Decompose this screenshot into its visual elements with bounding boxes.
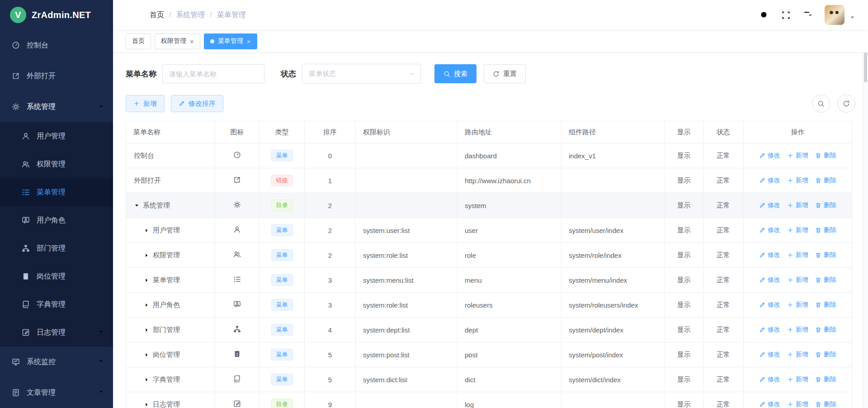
status-value: 正常: [703, 243, 744, 268]
edit-link[interactable]: 修改: [759, 176, 780, 185]
edit-link[interactable]: 修改: [759, 251, 780, 259]
add-link[interactable]: 新增: [787, 351, 808, 359]
expand-right-icon[interactable]: [144, 327, 150, 333]
tab-1[interactable]: 权限管理×: [155, 33, 200, 49]
font-size-icon[interactable]: [803, 10, 812, 20]
fullscreen-icon[interactable]: [781, 10, 791, 20]
add-link[interactable]: 新增: [787, 400, 808, 408]
close-icon[interactable]: ×: [247, 38, 251, 45]
edit-link[interactable]: 修改: [759, 226, 780, 234]
status-select-placeholder: 菜单状态: [309, 70, 336, 78]
page-scrollbar[interactable]: [863, 0, 868, 408]
sidebar-item-log[interactable]: 日志管理: [0, 318, 113, 346]
add-button[interactable]: 新增: [126, 95, 165, 112]
breadcrumb-item[interactable]: 菜单管理: [217, 10, 246, 20]
refresh-table-button[interactable]: [837, 95, 855, 113]
sidebar-item-article[interactable]: 文章管理: [0, 377, 113, 408]
add-link[interactable]: 新增: [787, 152, 808, 160]
delete-link[interactable]: 删除: [815, 226, 836, 234]
delete-link[interactable]: 删除: [815, 176, 836, 185]
log-icon: [22, 328, 30, 337]
add-link[interactable]: 新增: [787, 276, 808, 284]
delete-link[interactable]: 删除: [815, 375, 836, 384]
top-header: 首页/系统管理/菜单管理: [113, 0, 868, 30]
add-link[interactable]: 新增: [787, 301, 808, 309]
sidebar-item-user[interactable]: 用户管理: [0, 122, 113, 150]
table-row: 外部打开链接1http://www.izhaorui.cn显示正常修改新增删除: [126, 168, 852, 193]
expand-right-icon[interactable]: [144, 277, 150, 283]
sidebar-item-monitor[interactable]: 系统监控: [0, 346, 113, 377]
add-link[interactable]: 新增: [787, 375, 808, 384]
visible-value: 显示: [665, 342, 703, 367]
edit-link[interactable]: 修改: [759, 375, 780, 384]
toggle-search-button[interactable]: [812, 95, 830, 113]
delete-link[interactable]: 删除: [815, 251, 836, 259]
expand-down-icon[interactable]: [134, 203, 140, 209]
menu-name-input[interactable]: [162, 64, 264, 83]
tab-2[interactable]: 菜单管理×: [204, 33, 257, 49]
menu-name: 岗位管理: [153, 351, 180, 359]
edit-link[interactable]: 修改: [759, 326, 780, 334]
edit-link[interactable]: 修改: [759, 400, 780, 408]
delete-link[interactable]: 删除: [815, 152, 836, 160]
route-value: http://www.izhaorui.cn: [458, 168, 561, 193]
delete-link[interactable]: 删除: [815, 201, 836, 209]
avatar[interactable]: [825, 5, 844, 25]
plus-icon: [787, 351, 793, 358]
delete-link[interactable]: 删除: [815, 276, 836, 284]
perm-value: [356, 193, 458, 218]
edit-link[interactable]: 修改: [759, 152, 780, 160]
component-value: system/menu/index: [561, 268, 665, 293]
delete-link[interactable]: 删除: [815, 351, 836, 359]
edit-link[interactable]: 修改: [759, 351, 780, 359]
menu-name: 控制台: [134, 152, 154, 160]
caret-down-icon[interactable]: [849, 14, 855, 20]
edit-icon: [759, 376, 765, 383]
menu-name-label: 菜单名称: [126, 69, 156, 79]
edit-link[interactable]: 修改: [759, 201, 780, 209]
add-link[interactable]: 新增: [787, 201, 808, 209]
sidebar-item-roleusers[interactable]: 用户角色: [0, 206, 113, 234]
sidebar-item-external[interactable]: 外部打开: [0, 61, 113, 91]
component-value: index_v1: [561, 143, 665, 168]
sort-edit-button[interactable]: 修改排序: [171, 95, 223, 112]
component-value: [561, 392, 665, 408]
search-icon[interactable]: [760, 10, 769, 20]
add-link[interactable]: 新增: [787, 326, 808, 334]
breadcrumb-item[interactable]: 系统管理: [176, 10, 205, 20]
expand-right-icon[interactable]: [144, 252, 150, 258]
add-link[interactable]: 新增: [787, 176, 808, 185]
delete-link[interactable]: 删除: [815, 400, 836, 408]
close-icon[interactable]: ×: [190, 38, 194, 45]
breadcrumb-item[interactable]: 首页: [150, 10, 164, 20]
expand-right-icon[interactable]: [144, 352, 150, 358]
table-toolbar: 新增 修改排序: [126, 95, 855, 113]
add-link[interactable]: 新增: [787, 251, 808, 259]
sidebar-item-dict[interactable]: 字典管理: [0, 290, 113, 318]
sidebar-item-dept[interactable]: 部门管理: [0, 234, 113, 262]
sidebar-item-role[interactable]: 权限管理: [0, 150, 113, 178]
hamburger-icon[interactable]: [126, 10, 136, 20]
reset-button[interactable]: 重置: [484, 64, 526, 83]
expand-right-icon[interactable]: [144, 228, 150, 233]
expand-right-icon[interactable]: [144, 402, 150, 408]
sidebar-item-system[interactable]: 系统管理: [0, 91, 113, 122]
book-icon: [22, 300, 30, 308]
sidebar-item-post[interactable]: 1岗位管理: [0, 262, 113, 290]
tab-label: 权限管理: [161, 37, 186, 45]
plus-icon: [787, 327, 793, 333]
status-value: 正常: [703, 193, 744, 218]
add-link[interactable]: 新增: [787, 226, 808, 234]
delete-link[interactable]: 删除: [815, 326, 836, 334]
edit-icon: [759, 327, 765, 333]
expand-right-icon[interactable]: [144, 302, 150, 308]
sidebar-item-menu[interactable]: 菜单管理: [0, 178, 113, 206]
edit-link[interactable]: 修改: [759, 276, 780, 284]
search-button[interactable]: 搜索: [434, 64, 476, 83]
tab-0[interactable]: 首页: [126, 33, 151, 49]
expand-right-icon[interactable]: [144, 377, 150, 383]
edit-link[interactable]: 修改: [759, 301, 780, 309]
status-select[interactable]: 菜单状态: [302, 64, 421, 84]
sidebar-item-dashboard[interactable]: 控制台: [0, 30, 113, 61]
delete-link[interactable]: 删除: [815, 301, 836, 309]
